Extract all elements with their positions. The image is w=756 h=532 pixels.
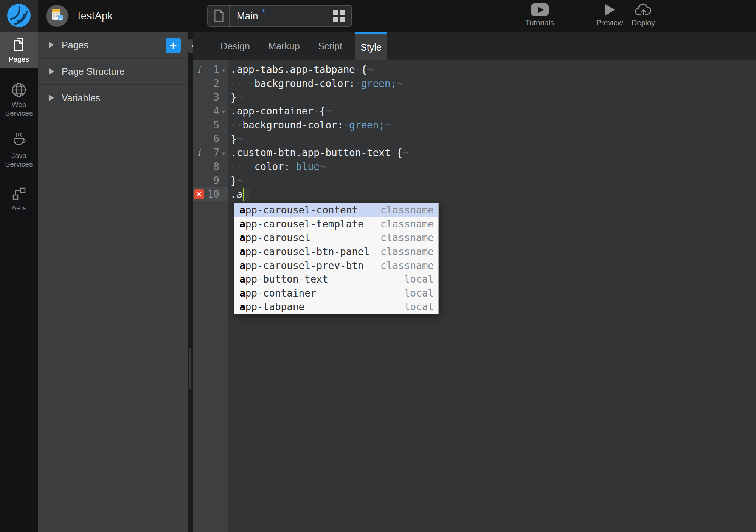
tab-design[interactable]: Design <box>215 32 256 60</box>
scrollbar-thumb[interactable] <box>189 348 191 389</box>
code-text[interactable]: .app-container·{¬ <box>228 105 331 117</box>
pages-icon <box>0 36 38 53</box>
matched-text: a <box>239 260 245 271</box>
whitespace-marker: · <box>343 119 349 131</box>
suggestion-text: pp-carousel <box>245 232 310 243</box>
tab-markup[interactable]: Markup <box>263 32 305 60</box>
line-number[interactable]: 7 <box>205 146 219 160</box>
whitespace-marker: ¬ <box>237 133 243 145</box>
gutter-marker-empty <box>193 90 205 104</box>
code-line-8: 8····color:·blue¬ <box>193 160 756 174</box>
page-file-icon <box>208 6 230 26</box>
code-text[interactable]: ····background-color:·green;¬ <box>228 78 402 89</box>
code-line-4: 4▾.app-container·{¬ <box>193 104 756 118</box>
fold-arrow-icon[interactable]: ▾ <box>219 104 228 118</box>
tab-style[interactable]: Style <box>355 32 387 60</box>
page-selector[interactable]: Main * <box>207 5 352 27</box>
code-text[interactable]: .app-tabs.app-tabpane·{¬ <box>228 64 373 75</box>
code-token: background-color: <box>255 78 355 89</box>
info-marker-icon: i <box>193 146 205 160</box>
autocomplete-item-app-container[interactable]: app-containerlocal <box>234 286 438 300</box>
fold-arrow-icon[interactable]: ▾ <box>219 146 228 160</box>
autocomplete-item-app-button-text[interactable]: app-button-textlocal <box>234 272 438 286</box>
suggestion-text: pp-container <box>245 288 317 299</box>
unsaved-changes-marker: * <box>262 8 265 18</box>
section-label: Pages <box>62 40 88 51</box>
css-value-token: blue <box>296 161 320 172</box>
suggestion-text: pp-carousel-template <box>245 218 364 230</box>
code-line-7: i7▾.custom-btn.app-button-text·{¬ <box>193 146 756 160</box>
section-variables[interactable]: Variables <box>38 85 188 111</box>
code-line-2: 2····background-color:·green;¬ <box>193 77 756 91</box>
line-number[interactable]: 6 <box>205 132 219 146</box>
play-icon <box>591 2 629 17</box>
code-token: .app-tabs.app-tabpane <box>231 64 355 75</box>
code-token: { <box>320 105 326 117</box>
add-page-button[interactable]: + <box>166 38 181 53</box>
fold-gutter-empty <box>219 187 228 201</box>
autocomplete-item-app-carousel-template[interactable]: app-carousel-templateclassname <box>234 217 438 231</box>
whitespace-marker: ¬ <box>237 92 243 103</box>
sidebar-item-apis[interactable]: APIs <box>0 182 38 217</box>
current-page-name: Main <box>237 10 258 22</box>
error-marker-icon[interactable]: ✕ <box>193 187 205 201</box>
fold-gutter-empty <box>219 174 228 188</box>
autocomplete-item-app-carousel-prev-btn[interactable]: app-carousel-prev-btnclassname <box>234 258 438 272</box>
sidebar-item-web-services[interactable]: WebServices <box>0 77 38 122</box>
matched-text: a <box>239 301 245 312</box>
autocomplete-item-app-carousel-btn-panel[interactable]: app-carousel-btn-panelclassname <box>234 245 438 259</box>
suggestion-text: pp-carousel-prev-btn <box>245 260 364 271</box>
autocomplete-item-app-carousel-content[interactable]: app-carousel-contentclassname <box>234 203 438 217</box>
tutorials-button[interactable]: Tutorials <box>521 2 559 27</box>
suggestion-type-label: classname <box>380 246 434 257</box>
code-text[interactable]: .custom-btn.app-button-text·{¬ <box>228 147 408 158</box>
fold-arrow-icon[interactable]: ▾ <box>219 63 228 77</box>
autocomplete-item-app-carousel[interactable]: app-carouselclassname <box>234 231 438 245</box>
line-number[interactable]: 2 <box>205 77 219 91</box>
autocomplete-item-app-tabpane[interactable]: app-tabpanelocal <box>234 300 438 314</box>
brand-logo <box>0 0 38 32</box>
gutter-marker-empty <box>193 174 205 188</box>
line-number[interactable]: 1 <box>205 63 219 77</box>
fold-gutter-empty <box>219 160 228 174</box>
suggestion-type-label: classname <box>380 204 434 216</box>
code-text[interactable]: }¬ <box>228 175 242 186</box>
pages-grid-icon[interactable] <box>333 10 345 22</box>
code-token: .a <box>231 189 242 200</box>
whitespace-marker: ¬ <box>402 147 408 158</box>
sidebar-item-java-services[interactable]: JavaServices <box>0 128 38 173</box>
sidebar-item-label: JavaServices <box>0 151 38 169</box>
caret-right-icon <box>49 42 54 48</box>
line-number[interactable]: 5 <box>205 118 219 132</box>
code-line-1: i1▾.app-tabs.app-tabpane·{¬ <box>193 63 756 77</box>
code-text[interactable]: }¬ <box>228 133 242 145</box>
code-line-9: 9}¬ <box>193 174 756 188</box>
section-label: Variables <box>62 93 100 104</box>
code-text[interactable]: .a <box>228 188 250 201</box>
line-number[interactable]: 3 <box>205 90 219 104</box>
code-token: background-color: <box>242 119 343 131</box>
line-number[interactable]: 10 <box>205 187 219 201</box>
preview-button[interactable]: Preview <box>591 2 629 27</box>
section-pages[interactable]: Pages+ <box>38 32 188 59</box>
suggestion-type-label: classname <box>380 260 434 271</box>
code-text[interactable]: ····color:·blue¬ <box>228 161 325 172</box>
autocomplete-popup: app-carousel-contentclassnameapp-carouse… <box>234 203 439 314</box>
code-token: .app-container <box>231 105 314 117</box>
deploy-button[interactable]: Deploy <box>624 2 662 27</box>
code-text[interactable]: ··background-color:·green;¬ <box>228 119 391 131</box>
completion-anchor <box>244 189 250 200</box>
tab-script[interactable]: Script <box>312 32 348 60</box>
line-number[interactable]: 4 <box>205 104 219 118</box>
whitespace-marker: · <box>355 64 361 75</box>
code-text[interactable]: }¬ <box>228 92 242 103</box>
sidebar-item-pages[interactable]: Pages <box>0 32 38 68</box>
caret-right-icon <box>49 95 54 101</box>
app-avatar <box>46 5 68 27</box>
sidebar-item-label: APIs <box>0 204 38 212</box>
whitespace-marker: · <box>391 147 397 158</box>
brand-wave-icon <box>6 3 31 29</box>
section-page-structure[interactable]: Page Structure <box>38 59 188 85</box>
line-number[interactable]: 9 <box>205 174 219 188</box>
line-number[interactable]: 8 <box>205 160 219 174</box>
